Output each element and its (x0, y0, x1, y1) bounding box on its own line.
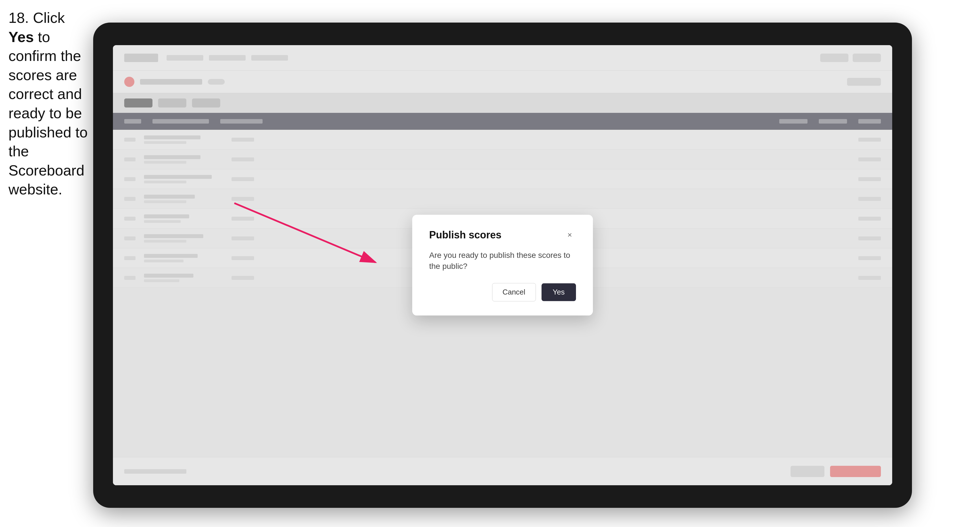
publish-scores-modal: Publish scores × Are you ready to publis… (412, 215, 593, 316)
modal-header: Publish scores × (429, 229, 576, 241)
modal-message: Are you ready to publish these scores to… (429, 250, 576, 272)
modal-footer: Cancel Yes (429, 283, 576, 302)
tablet-device: Publish scores × Are you ready to publis… (93, 22, 912, 508)
tablet-screen: Publish scores × Are you ready to publis… (113, 45, 892, 485)
modal-title: Publish scores (429, 229, 501, 241)
step-number: 18. (8, 10, 29, 26)
instruction-text: 18. Click Yes to confirm the scores are … (8, 8, 90, 199)
cancel-button[interactable]: Cancel (492, 283, 536, 302)
yes-button[interactable]: Yes (541, 284, 576, 301)
modal-body: Are you ready to publish these scores to… (429, 250, 576, 272)
modal-close-button[interactable]: × (563, 229, 576, 241)
